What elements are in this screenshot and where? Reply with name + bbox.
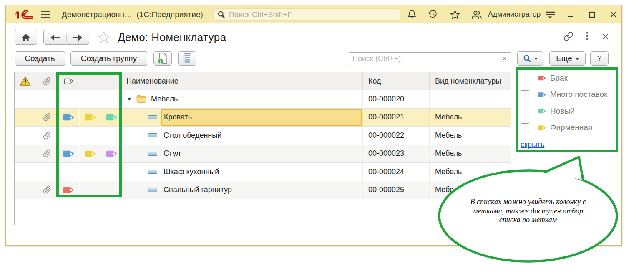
cell-kind: Мебель bbox=[429, 181, 511, 199]
table-header-row: Наименование Код Вид номенклатуры bbox=[15, 72, 511, 90]
cell-tags bbox=[58, 163, 121, 181]
cell-code: 00-000022 bbox=[362, 127, 429, 145]
minimize-button[interactable] bbox=[564, 5, 577, 23]
list-search-box: × bbox=[349, 52, 511, 65]
find-caret-icon bbox=[534, 58, 538, 60]
page-title: Демо: Номенклатура bbox=[118, 31, 226, 44]
tag-slot-2 bbox=[79, 163, 101, 181]
cell-attachment bbox=[36, 127, 58, 145]
tag-icon-blue bbox=[537, 92, 546, 98]
column-header-kind[interactable]: Вид номенклатуры bbox=[429, 72, 511, 90]
cell-kind: Мебель bbox=[429, 109, 511, 127]
cell-name: Шкаф кухонный bbox=[121, 163, 362, 181]
cell-code: 00-000023 bbox=[362, 145, 429, 163]
tag-filter-checkbox[interactable] bbox=[521, 74, 529, 82]
tag-filter-checkbox[interactable] bbox=[521, 90, 529, 99]
global-search-box[interactable] bbox=[213, 8, 400, 21]
forward-button[interactable] bbox=[66, 34, 89, 41]
current-user[interactable]: Администратор bbox=[488, 5, 541, 23]
tag-filter-row[interactable]: Брак bbox=[521, 70, 616, 86]
expand-collapse-icon[interactable] bbox=[127, 98, 131, 101]
column-header-attachments[interactable] bbox=[36, 72, 58, 90]
maximize-button[interactable] bbox=[585, 5, 599, 23]
main-menu-button[interactable] bbox=[41, 11, 50, 18]
cell-attachment bbox=[36, 163, 58, 181]
row-name-text: Стул bbox=[164, 149, 181, 158]
item-icon bbox=[148, 170, 157, 174]
focused-cell[interactable]: Кровать bbox=[161, 109, 362, 126]
table-row[interactable]: Стул 00-000023 Мебель bbox=[15, 145, 511, 163]
warning-icon bbox=[20, 76, 31, 86]
home-button[interactable] bbox=[15, 30, 37, 45]
tag-icon bbox=[537, 125, 546, 131]
tag-slot-1 bbox=[58, 90, 79, 108]
close-form-icon[interactable] bbox=[599, 30, 611, 43]
table-row[interactable]: Стол обеденный 00-000022 Мебель bbox=[15, 127, 511, 145]
column-header-name[interactable]: Наименование bbox=[121, 72, 362, 90]
history-icon[interactable] bbox=[426, 5, 440, 23]
history-nav-buttons bbox=[43, 30, 89, 45]
new-document-icon bbox=[157, 53, 168, 64]
folder-icon bbox=[136, 95, 146, 103]
tag-slot-3 bbox=[101, 145, 121, 163]
cell-tags bbox=[58, 90, 121, 108]
list-search-input[interactable] bbox=[349, 53, 498, 65]
item-icon bbox=[148, 133, 157, 137]
new-document-button[interactable] bbox=[153, 51, 172, 66]
column-header-code[interactable]: Код bbox=[362, 72, 429, 90]
tag-icon-red bbox=[537, 75, 546, 81]
service-menu-icon[interactable] bbox=[543, 5, 557, 23]
table-row[interactable]: Мебель 00-000020 bbox=[15, 90, 511, 109]
cell-kind: Мебель bbox=[429, 163, 511, 181]
help-button[interactable]: ? bbox=[590, 51, 609, 66]
tag-filter-checkbox[interactable] bbox=[521, 107, 529, 115]
clear-search-button[interactable]: × bbox=[498, 53, 511, 65]
tag-slot-1 bbox=[58, 163, 79, 181]
table-row[interactable]: Шкаф кухонный 00-000024 Мебель bbox=[15, 163, 511, 181]
tag-filter-label: Фирменная bbox=[550, 123, 592, 132]
table-body: Мебель 00-000020 Кровать 00-000021 Мебел… bbox=[15, 90, 511, 199]
cell-attachment bbox=[36, 181, 58, 199]
table-row[interactable]: Кровать 00-000021 Мебель bbox=[15, 109, 511, 127]
cell-attachment bbox=[36, 90, 58, 108]
list-settings-button[interactable] bbox=[178, 51, 196, 66]
paperclip-icon bbox=[43, 131, 51, 140]
tag-slot-1 bbox=[58, 109, 79, 127]
get-link-icon[interactable] bbox=[562, 30, 575, 43]
more-menu-kebab-icon[interactable] bbox=[581, 30, 594, 43]
discussions-users-icon[interactable] bbox=[470, 5, 483, 23]
tag-slot-2 bbox=[79, 109, 101, 127]
help-button-label: ? bbox=[597, 54, 602, 63]
paperclip-icon bbox=[43, 185, 51, 194]
create-group-button-label: Создать группу bbox=[81, 54, 137, 63]
favorites-star-icon[interactable] bbox=[448, 5, 462, 23]
cell-name: Кровать bbox=[121, 109, 362, 127]
tag-filter-row[interactable]: Много поставок bbox=[521, 86, 616, 103]
tag-filter-checkbox[interactable] bbox=[521, 123, 529, 132]
cell-kind bbox=[429, 90, 511, 108]
tag-filter-row[interactable]: Фирменная bbox=[521, 119, 616, 136]
cell-tags bbox=[58, 181, 121, 199]
tag-icon-red bbox=[63, 186, 75, 194]
tag-icon bbox=[537, 92, 546, 98]
find-button[interactable] bbox=[517, 51, 543, 66]
cell-warning bbox=[15, 145, 36, 163]
create-button[interactable]: Создать bbox=[15, 51, 65, 66]
notifications-bell-icon[interactable] bbox=[405, 5, 418, 23]
more-actions-button[interactable]: Еще bbox=[549, 51, 586, 66]
column-header-warning[interactable] bbox=[15, 72, 36, 90]
column-header-tags[interactable] bbox=[58, 72, 121, 90]
cell-name: Стул bbox=[121, 145, 362, 163]
page: Демонстрационн… (1С:Предприятие) bbox=[0, 0, 644, 274]
tag-filter-row[interactable]: Новый bbox=[521, 103, 616, 119]
back-button[interactable] bbox=[44, 34, 66, 41]
row-name-text: Кровать bbox=[164, 113, 192, 122]
hide-panel-link[interactable]: скрыть bbox=[521, 140, 544, 149]
global-search-input[interactable] bbox=[229, 9, 400, 20]
create-group-button[interactable]: Создать группу bbox=[70, 51, 147, 66]
table-row[interactable]: Спальный гарнитур 00-000025 Мебель bbox=[15, 181, 511, 200]
close-window-button[interactable] bbox=[606, 5, 620, 23]
nomenclature-table: Наименование Код Вид номенклатуры Мебель… bbox=[14, 72, 511, 225]
add-to-favorites-star-icon[interactable] bbox=[97, 30, 111, 44]
create-button-label: Создать bbox=[25, 54, 55, 63]
